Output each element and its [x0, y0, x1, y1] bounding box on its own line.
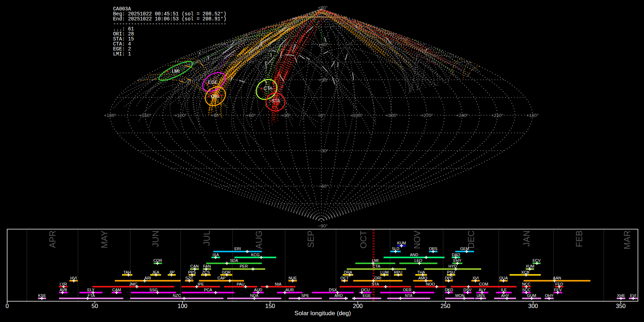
svg-text:SSG: SSG: [150, 288, 158, 292]
svg-text:GEM: GEM: [460, 247, 469, 251]
svg-text:100: 100: [177, 303, 187, 309]
svg-text:NTA: NTA: [405, 293, 413, 298]
svg-text:LEO: LEO: [414, 258, 422, 263]
svg-text:ERI: ERI: [234, 247, 241, 251]
svg-text:+330°: +330°: [350, 113, 362, 118]
svg-text:DRA: DRA: [344, 270, 352, 274]
svg-text:AUG: AUG: [254, 230, 264, 249]
svg-text:MAR: MAR: [622, 230, 632, 249]
svg-text:FEB: FEB: [574, 230, 584, 247]
svg-text:THA: THA: [417, 270, 425, 274]
svg-text:ARD: ARD: [335, 293, 343, 298]
svg-text:KCG: KCG: [251, 253, 260, 257]
svg-text:AND: AND: [410, 253, 418, 257]
svg-text:−60°: −60°: [318, 184, 328, 189]
svg-text:0: 0: [5, 303, 9, 309]
svg-text:+60°: +60°: [318, 42, 328, 47]
svg-text:COM: COM: [479, 282, 488, 286]
svg-text:ELY: ELY: [87, 288, 95, 292]
svg-text:SEP: SEP: [306, 230, 316, 248]
svg-text:AHY: AHY: [501, 293, 509, 298]
svg-text:OCT: OCT: [358, 230, 368, 249]
svg-text:NOO: NOO: [426, 282, 435, 286]
svg-text:NOV: NOV: [412, 230, 422, 249]
svg-text:PCA: PCA: [204, 288, 212, 292]
svg-text:+90°: +90°: [318, 5, 327, 10]
svg-text:APR: APR: [48, 230, 57, 248]
svg-text:200: 200: [353, 303, 363, 309]
svg-text:MON: MON: [455, 293, 465, 298]
svg-text:CAP: CAP: [218, 276, 226, 280]
svg-text:MAY: MAY: [99, 230, 109, 248]
svg-text:FAN: FAN: [203, 264, 211, 268]
svg-text:+270°: +270°: [421, 113, 433, 118]
svg-text:+300°: +300°: [386, 113, 398, 118]
svg-text:PAU: PAU: [236, 282, 244, 286]
svg-text:ARI: ARI: [145, 276, 151, 280]
svg-text:+30°: +30°: [318, 77, 328, 83]
svg-text:XCB: XCB: [521, 270, 530, 274]
svg-text:LMI: 1: LMI: 1: [113, 51, 131, 57]
svg-text:NZC: NZC: [173, 293, 181, 298]
svg-text:+60°: +60°: [246, 113, 256, 118]
svg-text:FTA: FTA: [88, 293, 95, 298]
svg-text:DSX: DSX: [329, 288, 337, 292]
svg-text:OER: OER: [403, 288, 411, 292]
svg-text:SPE: SPE: [301, 293, 309, 298]
svg-text:IPE: IPE: [197, 282, 204, 286]
svg-text:350: 350: [616, 303, 626, 309]
svg-text:DEC: DEC: [466, 230, 476, 249]
svg-text:150: 150: [265, 303, 275, 309]
svg-text:ORI: ORI: [211, 94, 219, 99]
svg-text:AUR: AUR: [286, 288, 294, 292]
svg-text:LMI: LMI: [172, 68, 180, 74]
svg-text:+30°: +30°: [281, 113, 291, 118]
svg-text:300: 300: [528, 303, 538, 309]
svg-text:PER: PER: [240, 264, 248, 268]
svg-text:TAH: TAH: [123, 270, 131, 274]
svg-text:SDA: SDA: [230, 258, 238, 263]
svg-text:CTA: CTA: [263, 86, 272, 91]
svg-text:+120°: +120°: [174, 113, 186, 118]
svg-text:+150°: +150°: [139, 113, 151, 118]
svg-text:−90°: −90°: [318, 223, 327, 229]
svg-text:JAN: JAN: [522, 230, 531, 247]
svg-text:+90°: +90°: [211, 113, 220, 118]
svg-text:GDR: GDR: [222, 270, 231, 274]
svg-text:CTA: CTA: [373, 264, 381, 268]
svg-text:EGE: EGE: [362, 293, 371, 298]
svg-text:250: 250: [440, 303, 450, 309]
svg-text:50: 50: [92, 303, 98, 309]
svg-text:+180°: +180°: [104, 113, 116, 118]
svg-text:AVB: AVB: [59, 288, 67, 292]
svg-text:+210°: +210°: [491, 113, 503, 118]
svg-text:NIA: NIA: [275, 282, 282, 286]
svg-text:−30°: −30°: [318, 148, 328, 153]
svg-text:JMC: JMC: [129, 282, 137, 286]
svg-text:OCU: OCU: [361, 288, 370, 292]
svg-text:+0°: +0°: [318, 113, 325, 118]
svg-text:+180°: +180°: [526, 113, 538, 118]
svg-text:EGE: EGE: [208, 79, 218, 85]
svg-text:JUN: JUN: [151, 230, 160, 247]
svg-text:ORI: ORI: [374, 276, 381, 280]
svg-text:STA: STA: [372, 282, 379, 286]
svg-text:+240°: +240°: [456, 113, 468, 118]
svg-text:JUL: JUL: [202, 230, 211, 246]
svg-text:Solar longitude (deg): Solar longitude (deg): [294, 310, 351, 317]
